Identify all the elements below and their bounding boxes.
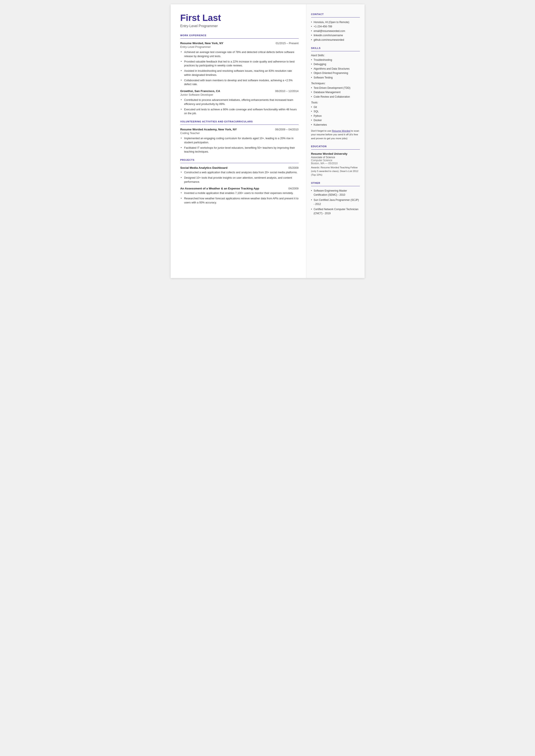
edu-1-degree: Associate of Science bbox=[311, 156, 360, 159]
job-1-header: Resume Worded, New York, NY 01/2015 – Pr… bbox=[180, 42, 299, 45]
skills-divider bbox=[311, 51, 360, 51]
job-2-role: Junior Software Developer bbox=[180, 93, 299, 96]
volunteer-1-bullet-1: Implemented an engaging coding curriculu… bbox=[180, 136, 299, 145]
edu-1-field: Computer Science bbox=[311, 159, 360, 162]
technique-db: Database Management bbox=[311, 90, 360, 95]
project-1-date: 05/2009 bbox=[289, 166, 299, 169]
skill-oop: Object-Oriented Programming bbox=[311, 71, 360, 75]
skill-debugging: Debugging bbox=[311, 62, 360, 66]
job-2-bullet-1: Contributed to process advancement initi… bbox=[180, 98, 299, 106]
volunteer-1-bullets: Implemented an engaging coding curriculu… bbox=[180, 136, 299, 154]
other-section: OTHER Software Engineering Master Certif… bbox=[311, 182, 360, 216]
projects-heading: PROJECTS bbox=[180, 159, 299, 161]
name-block: First Last Entry-Level Programmer bbox=[180, 13, 299, 28]
tool-git: Git bbox=[311, 105, 360, 109]
contact-github: github.com/resumeworded bbox=[311, 38, 360, 42]
contact-divider bbox=[311, 17, 360, 17]
job-2-bullet-2: Executed unit tests to achieve a 90% cod… bbox=[180, 107, 299, 116]
volunteer-1-dates: 06/2009 – 04/2010 bbox=[275, 128, 298, 131]
education-heading: EDUCATION bbox=[311, 145, 360, 148]
job-2-company: Growthsi, San Francisco, CA bbox=[180, 90, 220, 93]
job-2-dates: 06/2010 – 12/2014 bbox=[275, 90, 298, 93]
edu-1-awards: Awards: Resume Worded Teaching Fellow (o… bbox=[311, 166, 360, 177]
project-2: An Assessment of a Weather & an Expense … bbox=[180, 187, 299, 205]
contact-email: email@resumeworded.com bbox=[311, 29, 360, 33]
project-1-header: Social Media Analytics Dashboard 05/2009 bbox=[180, 166, 299, 169]
promo-before: Don't forget to use bbox=[311, 129, 332, 132]
skills-heading: SKILLS bbox=[311, 47, 360, 49]
hard-skills-list: Troubleshooting Debugging Algorithms and… bbox=[311, 58, 360, 80]
project-2-header: An Assessment of a Weather & an Expense … bbox=[180, 187, 299, 190]
job-1-bullets: Achieved an average test coverage rate o… bbox=[180, 50, 299, 86]
volunteer-1-bullet-2: Facilitated IT workshops for junior-leve… bbox=[180, 146, 299, 154]
techniques-label: Techniques: bbox=[311, 82, 360, 85]
job-1-dates: 01/2015 – Present bbox=[276, 42, 298, 45]
project-1: Social Media Analytics Dashboard 05/2009… bbox=[180, 166, 299, 184]
candidate-name: First Last bbox=[180, 13, 299, 23]
volunteering-divider bbox=[180, 125, 299, 125]
left-column: First Last Entry-Level Programmer WORK E… bbox=[171, 4, 306, 278]
resume-container: First Last Entry-Level Programmer WORK E… bbox=[171, 4, 365, 278]
technique-tdd: Test-Driven Development (TDD) bbox=[311, 86, 360, 90]
tool-docker: Docker bbox=[311, 118, 360, 123]
volunteer-1-header: Resume Worded Academy, New York, NY 06/2… bbox=[180, 128, 299, 131]
work-experience-divider bbox=[180, 38, 299, 39]
other-heading: OTHER bbox=[311, 182, 360, 184]
other-item-1: Software Engineering Master Certificatio… bbox=[311, 189, 360, 197]
contact-heading: CONTACT bbox=[311, 13, 360, 15]
job-2: Growthsi, San Francisco, CA 06/2010 – 12… bbox=[180, 90, 299, 116]
job-1-bullet-4: Collaborated with team members to develo… bbox=[180, 78, 299, 87]
volunteer-1-role: Coding Teacher bbox=[180, 131, 299, 135]
project-1-bullet-2: Designed 10+ tools that provide insights… bbox=[180, 176, 299, 184]
edu-1-school: Resume Worded University bbox=[311, 152, 360, 155]
volunteer-1: Resume Worded Academy, New York, NY 06/2… bbox=[180, 128, 299, 154]
hard-skills-label: Hard Skills: bbox=[311, 54, 360, 57]
contact-location: Honolulu, HI (Open to Remote) bbox=[311, 20, 360, 24]
job-1-role: Entry-Level Programmer bbox=[180, 45, 299, 48]
work-experience-heading: WORK EXPERIENCE bbox=[180, 34, 299, 37]
project-1-name: Social Media Analytics Dashboard bbox=[180, 166, 228, 169]
techniques-list: Test-Driven Development (TDD) Database M… bbox=[311, 86, 360, 99]
technique-code-review: Code Review and Collaboration bbox=[311, 95, 360, 99]
skill-software-testing: Software Testing bbox=[311, 75, 360, 80]
job-1-bullet-2: Provided valuable feedback that led to a… bbox=[180, 60, 299, 68]
job-1-company: Resume Worded, New York, NY bbox=[180, 42, 223, 45]
job-1-bullet-1: Achieved an average test coverage rate o… bbox=[180, 50, 299, 58]
project-1-bullet-1: Constructed a web application that colle… bbox=[180, 170, 299, 175]
skill-troubleshooting: Troubleshooting bbox=[311, 58, 360, 62]
other-item-2: Sun Certified Java Programmer (SCJP) - 2… bbox=[311, 198, 360, 206]
job-1-bullet-3: Assisted in troubleshooting and resolvin… bbox=[180, 69, 299, 77]
edu-1-location: Boston, MA — 05/2010 bbox=[311, 162, 360, 165]
other-list: Software Engineering Master Certificatio… bbox=[311, 189, 360, 216]
volunteering-heading: VOLUNTEERING ACTIVITIES AND EXTRACURRICU… bbox=[180, 120, 299, 123]
candidate-title: Entry-Level Programmer bbox=[180, 24, 299, 28]
project-2-bullets: Invented a mobile application that enabl… bbox=[180, 191, 299, 205]
contact-linkedin: linkedin.com/in/username bbox=[311, 33, 360, 38]
skill-algorithms: Algorithms and Data Structures bbox=[311, 67, 360, 71]
volunteer-1-company: Resume Worded Academy, New York, NY bbox=[180, 128, 237, 131]
promo-link[interactable]: Resume Worded bbox=[332, 129, 350, 132]
right-column: CONTACT Honolulu, HI (Open to Remote) +1… bbox=[306, 4, 365, 278]
tool-sql: SQL bbox=[311, 109, 360, 114]
project-2-bullet-2: Researched how weather forecast applicat… bbox=[180, 197, 299, 205]
job-2-bullets: Contributed to process advancement initi… bbox=[180, 98, 299, 116]
project-2-bullet-1: Invented a mobile application that enabl… bbox=[180, 191, 299, 195]
project-2-name: An Assessment of a Weather & an Expense … bbox=[180, 187, 259, 190]
other-item-3: Certified Network Computer Technician (C… bbox=[311, 207, 360, 215]
edu-1: Resume Worded University Associate of Sc… bbox=[311, 152, 360, 177]
education-section: EDUCATION Resume Worded University Assoc… bbox=[311, 145, 360, 177]
job-1: Resume Worded, New York, NY 01/2015 – Pr… bbox=[180, 42, 299, 86]
contact-phone: +1-234-456-789 bbox=[311, 24, 360, 29]
tools-list: Git SQL Python Docker Kubernetes bbox=[311, 105, 360, 127]
skills-section: SKILLS Hard Skills: Troubleshooting Debu… bbox=[311, 47, 360, 140]
tools-label: Tools: bbox=[311, 101, 360, 104]
education-divider bbox=[311, 149, 360, 150]
job-2-header: Growthsi, San Francisco, CA 06/2010 – 12… bbox=[180, 90, 299, 93]
project-1-bullets: Constructed a web application that colle… bbox=[180, 170, 299, 184]
project-2-date: 04/2009 bbox=[289, 187, 299, 190]
tool-python: Python bbox=[311, 114, 360, 118]
contact-section: CONTACT Honolulu, HI (Open to Remote) +1… bbox=[311, 13, 360, 42]
contact-list: Honolulu, HI (Open to Remote) +1-234-456… bbox=[311, 20, 360, 42]
tool-kubernetes: Kubernetes bbox=[311, 123, 360, 127]
promo-text: Don't forget to use Resume Worded to sca… bbox=[311, 129, 360, 140]
